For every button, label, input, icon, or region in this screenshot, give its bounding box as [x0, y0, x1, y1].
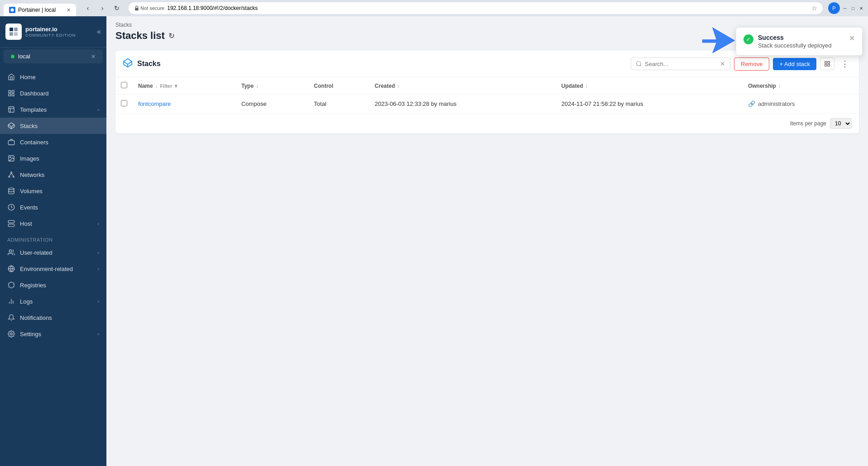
reload-button[interactable]: ↻ [110, 2, 123, 14]
remove-button[interactable]: Remove [734, 57, 769, 71]
networks-icon [7, 171, 15, 179]
add-stack-button[interactable]: + Add stack [773, 58, 816, 70]
logo-text-area: portainer.io COMMUNITY EDITION [25, 26, 76, 38]
toast: ✓ Success Stack successfully deployed ✕ [736, 27, 863, 56]
sidebar-item-label-host: Host [20, 220, 32, 227]
sidebar-item-label-containers: Containers [20, 139, 48, 146]
search-icon [636, 61, 642, 67]
stacks-table: Name ↓ Filter ▼ Type ↕ Control [115, 77, 859, 114]
select-all-header [115, 77, 133, 95]
sidebar-item-images[interactable]: Images [0, 150, 106, 166]
card-title: Stacks [123, 58, 161, 70]
bookmark-button[interactable]: ☆ [811, 5, 817, 12]
browser-actions: P ─ □ ✕ [828, 2, 864, 14]
ownership-sort-icon[interactable]: ↕ [778, 84, 781, 89]
registries-icon [7, 281, 15, 289]
svg-point-28 [9, 250, 11, 252]
svg-rect-7 [9, 94, 11, 96]
svg-rect-42 [828, 64, 830, 66]
security-indicator: Not secure [134, 5, 164, 11]
admin-section-label: Administration [0, 232, 106, 244]
stack-ownership: 🔗 administrators [743, 95, 859, 114]
dashboard-icon [7, 89, 15, 97]
profile-button[interactable]: P [828, 2, 840, 14]
url-bar[interactable] [167, 5, 809, 11]
sidebar-item-events[interactable]: Events [0, 199, 106, 215]
user-related-chevron: › [97, 250, 99, 255]
refresh-button[interactable]: ↻ [168, 32, 174, 40]
row-checkbox[interactable] [121, 100, 127, 106]
ownership-icon: 🔗 [748, 100, 755, 107]
environment-icon [7, 265, 15, 273]
search-input[interactable] [645, 61, 717, 67]
logo-icon [5, 24, 22, 40]
sidebar-item-label-notifications: Notifications [20, 314, 52, 321]
forward-button[interactable]: › [96, 2, 109, 14]
svg-rect-25 [8, 224, 14, 226]
logo-name: portainer.io [25, 26, 76, 33]
sidebar-item-containers[interactable]: Containers [0, 134, 106, 150]
col-type-label: Type [241, 83, 254, 89]
sidebar-item-label-images: Images [20, 155, 39, 162]
maximize-button[interactable]: □ [850, 5, 856, 11]
minimize-button[interactable]: ─ [842, 5, 848, 11]
close-window-button[interactable]: ✕ [858, 5, 864, 11]
sidebar-item-dashboard[interactable]: Dashboard [0, 85, 106, 101]
svg-point-18 [9, 176, 10, 177]
sidebar-item-networks[interactable]: Networks [0, 166, 106, 183]
table-row: fontcompare Compose Total 2023-06-03 12:… [115, 95, 859, 114]
created-sort-icon[interactable]: ↕ [398, 84, 400, 89]
active-tab[interactable]: Portainer | local ✕ [4, 4, 76, 16]
back-button[interactable]: ‹ [82, 2, 94, 14]
sidebar-item-registries[interactable]: Registries [0, 277, 106, 293]
card-actions: ✕ Remove + Add stack ⋮ [631, 57, 852, 71]
items-per-page-label: Items per page [790, 120, 826, 127]
select-all-checkbox[interactable] [121, 82, 127, 88]
view-toggle-button[interactable] [820, 57, 834, 70]
svg-rect-3 [10, 32, 13, 36]
type-sort-icon[interactable]: ↕ [256, 84, 258, 89]
endpoint-status-dot [11, 55, 14, 58]
logo-subtitle: COMMUNITY EDITION [25, 33, 76, 38]
svg-rect-14 [8, 141, 14, 145]
sidebar-collapse-button[interactable]: « [97, 28, 101, 36]
svg-rect-41 [825, 64, 827, 66]
host-icon [7, 219, 15, 228]
tab-close-button[interactable]: ✕ [67, 7, 71, 13]
stack-name-link[interactable]: fontcompare [138, 100, 171, 107]
svg-rect-9 [9, 107, 14, 112]
updated-sort-icon[interactable]: ↕ [585, 84, 588, 89]
sidebar-item-label-registries: Registries [20, 282, 46, 289]
sidebar-item-user-related[interactable]: User-related › [0, 244, 106, 261]
more-options-button[interactable]: ⋮ [838, 57, 852, 71]
name-filter-icon[interactable]: Filter ▼ [160, 83, 178, 89]
sidebar-item-notifications[interactable]: Notifications [0, 309, 106, 326]
sidebar-item-logs[interactable]: Logs › [0, 293, 106, 309]
search-clear-button[interactable]: ✕ [720, 60, 725, 67]
table-footer: Items per page 10 25 50 [115, 114, 859, 133]
tab-favicon [9, 7, 15, 13]
sidebar-item-environment-related[interactable]: Environment-related › [0, 261, 106, 277]
endpoint-close-button[interactable]: ✕ [91, 53, 96, 60]
content-area: Stacks ✕ Remove + Add stack ⋮ [106, 43, 868, 141]
name-sort-icon[interactable]: ↓ [155, 84, 158, 89]
sidebar-item-label-dashboard: Dashboard [20, 90, 49, 97]
logs-icon [7, 297, 15, 305]
svg-line-20 [9, 173, 11, 176]
sidebar-item-host[interactable]: Host › [0, 215, 106, 232]
sidebar-item-templates[interactable]: Templates › [0, 101, 106, 118]
items-per-page-select[interactable]: 10 25 50 [830, 118, 852, 129]
svg-rect-4 [14, 32, 18, 36]
sidebar-item-settings[interactable]: Settings › [0, 326, 106, 342]
sidebar-item-stacks[interactable]: Stacks [0, 118, 106, 134]
toast-close-button[interactable]: ✕ [849, 34, 855, 43]
sidebar-item-volumes[interactable]: Volumes [0, 183, 106, 199]
svg-rect-40 [828, 62, 830, 63]
endpoint-item[interactable]: local ✕ [4, 49, 103, 63]
col-control-header: Control [308, 77, 369, 95]
svg-point-19 [13, 176, 14, 177]
sidebar-item-label-templates: Templates [20, 106, 47, 113]
svg-rect-39 [825, 62, 827, 63]
sidebar-item-home[interactable]: Home [0, 69, 106, 85]
toast-container: ✓ Success Stack successfully deployed ✕ [736, 27, 863, 56]
